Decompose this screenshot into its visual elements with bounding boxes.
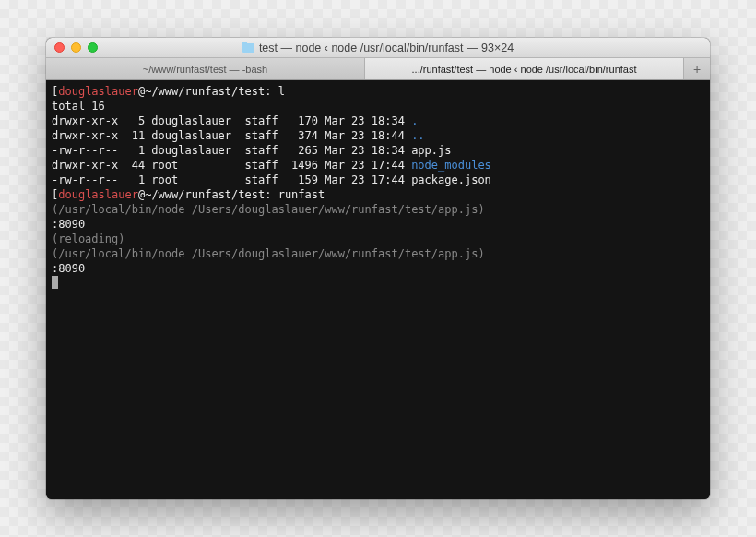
tab-bash[interactable]: ~/www/runfast/test — -bash xyxy=(46,58,365,79)
new-tab-button[interactable]: + xyxy=(684,58,710,79)
cursor xyxy=(52,276,58,289)
tab-label: .../runfast/test — node ‹ node /usr/loca… xyxy=(412,64,637,75)
window-title: test — node ‹ node /usr/local/bin/runfas… xyxy=(46,42,710,54)
plus-icon: + xyxy=(693,62,701,77)
maximize-icon[interactable] xyxy=(88,42,98,53)
folder-icon xyxy=(242,43,254,53)
terminal-window: test — node ‹ node /usr/local/bin/runfas… xyxy=(46,38,710,499)
close-icon[interactable] xyxy=(54,42,65,53)
tabbar: ~/www/runfast/test — -bash .../runfast/t… xyxy=(46,58,710,80)
minimize-icon[interactable] xyxy=(71,42,81,53)
titlebar: test — node ‹ node /usr/local/bin/runfas… xyxy=(46,38,710,58)
terminal-body[interactable]: [douglaslauer@~/www/runfast/test: l tota… xyxy=(46,80,710,499)
tab-label: ~/www/runfast/test — -bash xyxy=(143,64,267,75)
title-folder: test xyxy=(259,42,278,54)
tab-node[interactable]: .../runfast/test — node ‹ node /usr/loca… xyxy=(365,58,684,79)
title-rest: — node ‹ node /usr/local/bin/runfast — 9… xyxy=(278,42,514,54)
traffic-lights xyxy=(46,42,98,53)
